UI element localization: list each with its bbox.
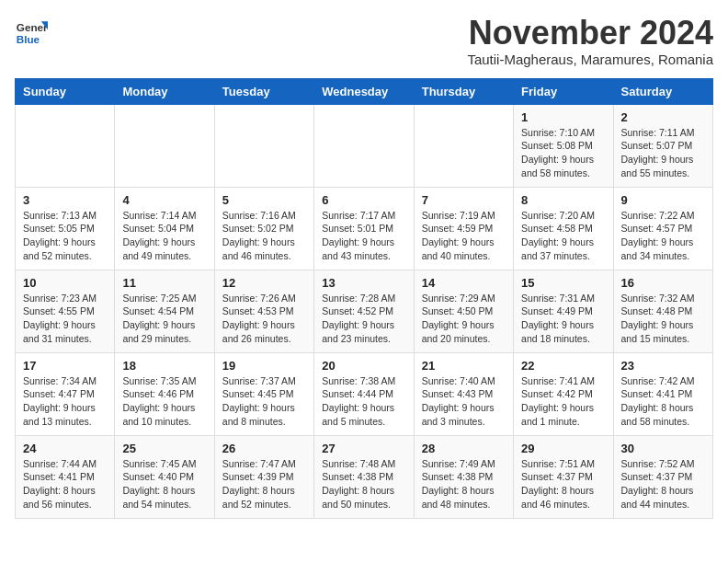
day-info: Sunrise: 7:37 AM Sunset: 4:45 PM Dayligh… — [222, 374, 306, 429]
day-info: Sunrise: 7:48 AM Sunset: 4:38 PM Dayligh… — [322, 457, 405, 511]
header-row: Sunday Monday Tuesday Wednesday Thursday… — [16, 78, 713, 104]
day-number: 6 — [322, 193, 405, 207]
calendar-cell-2-1: 11Sunrise: 7:25 AM Sunset: 4:54 PM Dayli… — [115, 270, 214, 352]
calendar-cell-4-2: 26Sunrise: 7:47 AM Sunset: 4:39 PM Dayli… — [214, 435, 313, 518]
calendar-cell-0-3 — [314, 104, 414, 187]
day-number: 7 — [422, 193, 506, 207]
logo: General Blue — [15, 15, 48, 48]
calendar-cell-0-4 — [414, 104, 513, 187]
day-number: 2 — [621, 110, 705, 124]
day-info: Sunrise: 7:34 AM Sunset: 4:47 PM Dayligh… — [23, 374, 107, 429]
calendar-cell-1-1: 4Sunrise: 7:14 AM Sunset: 5:04 PM Daylig… — [115, 187, 214, 270]
calendar-cell-4-4: 28Sunrise: 7:49 AM Sunset: 4:38 PM Dayli… — [414, 435, 513, 518]
week-row-3: 10Sunrise: 7:23 AM Sunset: 4:55 PM Dayli… — [16, 270, 713, 352]
calendar-cell-4-6: 30Sunrise: 7:52 AM Sunset: 4:37 PM Dayli… — [613, 435, 712, 518]
calendar-cell-3-1: 18Sunrise: 7:35 AM Sunset: 4:46 PM Dayli… — [115, 352, 214, 435]
week-row-4: 17Sunrise: 7:34 AM Sunset: 4:47 PM Dayli… — [16, 352, 713, 435]
calendar-cell-1-4: 7Sunrise: 7:19 AM Sunset: 4:59 PM Daylig… — [414, 187, 513, 270]
day-number: 19 — [222, 359, 306, 373]
day-info: Sunrise: 7:14 AM Sunset: 5:04 PM Dayligh… — [122, 209, 206, 263]
day-info: Sunrise: 7:35 AM Sunset: 4:46 PM Dayligh… — [122, 374, 206, 429]
calendar-cell-2-2: 12Sunrise: 7:26 AM Sunset: 4:53 PM Dayli… — [214, 270, 313, 352]
day-number: 14 — [422, 276, 506, 290]
day-number: 5 — [222, 193, 306, 207]
header-monday: Monday — [115, 78, 214, 104]
calendar-cell-2-3: 13Sunrise: 7:28 AM Sunset: 4:52 PM Dayli… — [314, 270, 414, 352]
day-number: 20 — [322, 359, 405, 373]
day-info: Sunrise: 7:45 AM Sunset: 4:40 PM Dayligh… — [122, 457, 206, 511]
calendar-cell-3-6: 23Sunrise: 7:42 AM Sunset: 4:41 PM Dayli… — [613, 352, 712, 435]
day-number: 3 — [23, 193, 107, 207]
day-number: 4 — [122, 193, 206, 207]
day-number: 23 — [621, 359, 705, 373]
day-number: 18 — [122, 359, 206, 373]
calendar-cell-3-3: 20Sunrise: 7:38 AM Sunset: 4:44 PM Dayli… — [314, 352, 414, 435]
header-tuesday: Tuesday — [214, 78, 313, 104]
calendar-cell-1-0: 3Sunrise: 7:13 AM Sunset: 5:05 PM Daylig… — [16, 187, 115, 270]
calendar-cell-3-2: 19Sunrise: 7:37 AM Sunset: 4:45 PM Dayli… — [214, 352, 313, 435]
week-row-1: 1Sunrise: 7:10 AM Sunset: 5:08 PM Daylig… — [16, 104, 713, 187]
day-number: 26 — [222, 442, 306, 455]
day-info: Sunrise: 7:47 AM Sunset: 4:39 PM Dayligh… — [222, 457, 306, 511]
title-area: November 2024 Tautii-Magheraus, Maramure… — [467, 15, 713, 67]
calendar-cell-4-1: 25Sunrise: 7:45 AM Sunset: 4:40 PM Dayli… — [115, 435, 214, 518]
day-info: Sunrise: 7:28 AM Sunset: 4:52 PM Dayligh… — [322, 292, 405, 346]
day-number: 16 — [621, 276, 705, 290]
day-info: Sunrise: 7:42 AM Sunset: 4:41 PM Dayligh… — [621, 374, 705, 429]
logo-icon: General Blue — [15, 15, 48, 48]
calendar-body: 1Sunrise: 7:10 AM Sunset: 5:08 PM Daylig… — [16, 104, 713, 518]
week-row-5: 24Sunrise: 7:44 AM Sunset: 4:41 PM Dayli… — [16, 435, 713, 518]
day-info: Sunrise: 7:32 AM Sunset: 4:48 PM Dayligh… — [621, 292, 705, 346]
day-number: 9 — [621, 193, 705, 207]
calendar-cell-4-3: 27Sunrise: 7:48 AM Sunset: 4:38 PM Dayli… — [314, 435, 414, 518]
calendar-cell-2-5: 15Sunrise: 7:31 AM Sunset: 4:49 PM Dayli… — [514, 270, 613, 352]
day-number: 22 — [521, 359, 605, 373]
calendar-cell-0-2 — [214, 104, 313, 187]
day-info: Sunrise: 7:40 AM Sunset: 4:43 PM Dayligh… — [422, 374, 506, 429]
day-number: 11 — [122, 276, 206, 290]
day-info: Sunrise: 7:10 AM Sunset: 5:08 PM Dayligh… — [521, 126, 605, 180]
location-subtitle: Tautii-Magheraus, Maramures, Romania — [467, 52, 713, 67]
calendar-header: Sunday Monday Tuesday Wednesday Thursday… — [16, 78, 713, 104]
day-info: Sunrise: 7:19 AM Sunset: 4:59 PM Dayligh… — [422, 209, 506, 263]
day-number: 13 — [322, 276, 405, 290]
calendar-cell-2-0: 10Sunrise: 7:23 AM Sunset: 4:55 PM Dayli… — [16, 270, 115, 352]
calendar-cell-1-5: 8Sunrise: 7:20 AM Sunset: 4:58 PM Daylig… — [514, 187, 613, 270]
calendar-cell-0-1 — [115, 104, 214, 187]
day-info: Sunrise: 7:17 AM Sunset: 5:01 PM Dayligh… — [322, 209, 405, 263]
calendar-cell-3-0: 17Sunrise: 7:34 AM Sunset: 4:47 PM Dayli… — [16, 352, 115, 435]
calendar-cell-4-0: 24Sunrise: 7:44 AM Sunset: 4:41 PM Dayli… — [16, 435, 115, 518]
day-info: Sunrise: 7:38 AM Sunset: 4:44 PM Dayligh… — [322, 374, 405, 429]
day-number: 8 — [521, 193, 605, 207]
calendar-cell-3-5: 22Sunrise: 7:41 AM Sunset: 4:42 PM Dayli… — [514, 352, 613, 435]
day-info: Sunrise: 7:22 AM Sunset: 4:57 PM Dayligh… — [621, 209, 705, 263]
day-info: Sunrise: 7:52 AM Sunset: 4:37 PM Dayligh… — [621, 457, 705, 511]
day-info: Sunrise: 7:41 AM Sunset: 4:42 PM Dayligh… — [521, 374, 605, 429]
calendar-cell-3-4: 21Sunrise: 7:40 AM Sunset: 4:43 PM Dayli… — [414, 352, 513, 435]
calendar-cell-1-3: 6Sunrise: 7:17 AM Sunset: 5:01 PM Daylig… — [314, 187, 414, 270]
day-info: Sunrise: 7:51 AM Sunset: 4:37 PM Dayligh… — [521, 457, 605, 511]
day-info: Sunrise: 7:20 AM Sunset: 4:58 PM Dayligh… — [521, 209, 605, 263]
day-info: Sunrise: 7:44 AM Sunset: 4:41 PM Dayligh… — [23, 457, 107, 511]
day-info: Sunrise: 7:26 AM Sunset: 4:53 PM Dayligh… — [222, 292, 306, 346]
day-info: Sunrise: 7:23 AM Sunset: 4:55 PM Dayligh… — [23, 292, 107, 346]
page-header: General Blue November 2024 Tautii-Magher… — [15, 15, 713, 67]
calendar-cell-2-6: 16Sunrise: 7:32 AM Sunset: 4:48 PM Dayli… — [613, 270, 712, 352]
header-sunday: Sunday — [16, 78, 115, 104]
day-info: Sunrise: 7:16 AM Sunset: 5:02 PM Dayligh… — [222, 209, 306, 263]
day-info: Sunrise: 7:25 AM Sunset: 4:54 PM Dayligh… — [122, 292, 206, 346]
day-number: 30 — [621, 442, 705, 455]
day-info: Sunrise: 7:13 AM Sunset: 5:05 PM Dayligh… — [23, 209, 107, 263]
day-info: Sunrise: 7:31 AM Sunset: 4:49 PM Dayligh… — [521, 292, 605, 346]
day-number: 21 — [422, 359, 506, 373]
day-info: Sunrise: 7:29 AM Sunset: 4:50 PM Dayligh… — [422, 292, 506, 346]
day-number: 12 — [222, 276, 306, 290]
calendar-cell-1-2: 5Sunrise: 7:16 AM Sunset: 5:02 PM Daylig… — [214, 187, 313, 270]
svg-text:Blue: Blue — [17, 33, 40, 45]
day-number: 25 — [122, 442, 206, 455]
day-number: 15 — [521, 276, 605, 290]
day-number: 29 — [521, 442, 605, 455]
calendar-cell-2-4: 14Sunrise: 7:29 AM Sunset: 4:50 PM Dayli… — [414, 270, 513, 352]
day-number: 17 — [23, 359, 107, 373]
calendar-cell-4-5: 29Sunrise: 7:51 AM Sunset: 4:37 PM Dayli… — [514, 435, 613, 518]
